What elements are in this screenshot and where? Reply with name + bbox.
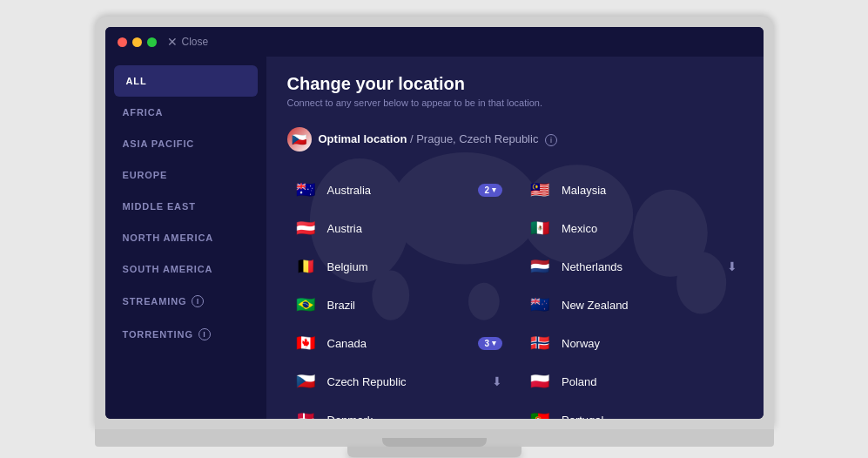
flag-brazil: 🇧🇷 [293, 292, 319, 318]
sidebar-label-south-america: SOUTH AMERICA [123, 264, 213, 274]
flag-belgium: 🇧🇪 [293, 253, 319, 280]
country-name-denmark: Denmark [327, 414, 503, 420]
sidebar-item-all[interactable]: ALL [114, 65, 258, 97]
optimal-label: Optimal location [319, 132, 407, 145]
country-name-austria: Austria [327, 222, 503, 235]
window-controls [118, 37, 157, 47]
page-subtitle: Connect to any server below to appear to… [287, 98, 743, 108]
country-name-portugal: Portugal [562, 414, 737, 420]
flag-canada: 🇨🇦 [293, 330, 319, 356]
sidebar-label-north-america: NORTH AMERICA [123, 232, 214, 243]
dot-green[interactable] [147, 37, 157, 47]
chevron-canada: ▾ [492, 339, 496, 347]
chevron-australia: ▾ [492, 185, 496, 194]
optimal-location-name: Prague, Czech Republic [416, 132, 538, 145]
flag-netherlands: 🇳🇱 [527, 253, 553, 280]
flag-denmark: 🇩🇰 [293, 407, 319, 419]
country-row-netherlands[interactable]: 🇳🇱 Netherlands ⬇ [521, 247, 743, 286]
country-name-poland: Poland [562, 375, 737, 388]
countries-left-col: 🇦🇺 Australia 2 ▾ 🇦🇹 Austria [287, 171, 508, 419]
country-row-denmark[interactable]: 🇩🇰 Denmark [287, 401, 508, 419]
country-name-new-zealand: New Zealand [562, 299, 737, 312]
close-label: Close [182, 36, 209, 48]
sidebar-item-torrenting[interactable]: TORRENTING i [105, 318, 266, 351]
flag-australia: 🇦🇺 [293, 177, 319, 203]
sidebar-label-streaming: STREAMING [123, 296, 187, 306]
download-icon-czech[interactable]: ⬇ [492, 374, 502, 388]
country-name-mexico: Mexico [562, 222, 737, 235]
country-name-malaysia: Malaysia [562, 184, 737, 197]
dot-red[interactable] [118, 37, 127, 47]
download-icon-netherlands[interactable]: ⬇ [727, 259, 737, 273]
country-row-belgium[interactable]: 🇧🇪 Belgium [287, 247, 508, 286]
laptop-notch [382, 438, 487, 447]
dot-yellow[interactable] [132, 37, 142, 47]
country-name-netherlands: Netherlands [562, 260, 718, 273]
optimal-location[interactable]: 🇨🇿 Optimal location / Prague, Czech Repu… [287, 122, 743, 157]
countries-right-col: 🇲🇾 Malaysia 🇲🇽 Mexico 🇳🇱 [521, 171, 743, 419]
country-row-malaysia[interactable]: 🇲🇾 Malaysia [521, 171, 743, 209]
country-name-norway: Norway [562, 337, 737, 350]
sidebar-item-south-america[interactable]: SOUTH AMERICA [105, 253, 266, 285]
flag-mexico: 🇲🇽 [527, 215, 553, 241]
server-badge-australia: 2 ▾ [478, 184, 502, 197]
titlebar: ✕ Close [105, 27, 764, 57]
sidebar-item-europe[interactable]: EUROPE [105, 159, 266, 191]
optimal-text: Optimal location / Prague, Czech Republi… [319, 132, 558, 146]
country-row-canada[interactable]: 🇨🇦 Canada 3 ▾ [287, 324, 508, 362]
country-row-poland[interactable]: 🇵🇱 Poland [521, 362, 743, 401]
flag-norway: 🇳🇴 [527, 330, 553, 356]
laptop-bottom [95, 429, 774, 447]
country-row-norway[interactable]: 🇳🇴 Norway [521, 324, 743, 362]
sidebar: ALL AFRICA ASIA PACIFIC EUROPE MIDDLE EA… [105, 57, 266, 419]
country-row-mexico[interactable]: 🇲🇽 Mexico [521, 209, 743, 247]
flag-portugal: 🇵🇹 [527, 407, 553, 419]
country-name-canada: Canada [327, 337, 470, 350]
close-x-icon: ✕ [167, 35, 178, 49]
optimal-flag-icon: 🇨🇿 [287, 127, 312, 152]
sidebar-label-middle-east: MIDDLE EAST [123, 201, 196, 212]
sidebar-label-africa: AFRICA [123, 107, 164, 118]
laptop-screen-frame: ✕ Close ALL AFRICA ASIA PACIFIC [95, 17, 774, 429]
app-body: ALL AFRICA ASIA PACIFIC EUROPE MIDDLE EA… [105, 57, 764, 419]
sidebar-item-asia-pacific[interactable]: ASIA PACIFIC [105, 128, 266, 159]
countries-grid: 🇦🇺 Australia 2 ▾ 🇦🇹 Austria [287, 171, 743, 419]
laptop-wrapper: ✕ Close ALL AFRICA ASIA PACIFIC [43, 1, 826, 457]
flag-czech: 🇨🇿 [293, 368, 319, 394]
sidebar-label-asia-pacific: ASIA PACIFIC [123, 138, 195, 149]
sidebar-item-north-america[interactable]: NORTH AMERICA [105, 222, 266, 253]
close-button[interactable]: ✕ Close [167, 35, 209, 49]
flag-new-zealand: 🇳🇿 [527, 292, 553, 318]
country-name-brazil: Brazil [327, 299, 503, 312]
country-row-austria[interactable]: 🇦🇹 Austria [287, 209, 508, 247]
country-name-czech: Czech Republic [327, 375, 484, 388]
page-title: Change your location [287, 74, 743, 94]
server-badge-canada: 3 ▾ [478, 337, 502, 350]
country-name-belgium: Belgium [327, 260, 503, 273]
optimal-info-icon[interactable]: i [545, 134, 557, 146]
sidebar-label-europe: EUROPE [123, 170, 168, 180]
laptop-stand [347, 447, 521, 457]
sidebar-label-all: ALL [126, 76, 147, 86]
torrenting-info-icon[interactable]: i [198, 328, 211, 340]
country-name-australia: Australia [327, 184, 470, 197]
country-row-czech[interactable]: 🇨🇿 Czech Republic ⬇ [287, 362, 508, 401]
flag-malaysia: 🇲🇾 [527, 177, 553, 203]
screen: ✕ Close ALL AFRICA ASIA PACIFIC [105, 27, 764, 419]
country-row-brazil[interactable]: 🇧🇷 Brazil [287, 286, 508, 324]
flag-poland: 🇵🇱 [527, 368, 553, 394]
sidebar-item-middle-east[interactable]: MIDDLE EAST [105, 191, 266, 222]
streaming-info-icon[interactable]: i [192, 295, 204, 307]
main-content: Change your location Connect to any serv… [266, 57, 764, 419]
country-row-australia[interactable]: 🇦🇺 Australia 2 ▾ [287, 171, 508, 209]
sidebar-item-africa[interactable]: AFRICA [105, 97, 266, 128]
country-row-new-zealand[interactable]: 🇳🇿 New Zealand [521, 286, 743, 324]
flag-austria: 🇦🇹 [293, 215, 319, 241]
sidebar-label-torrenting: TORRENTING [123, 329, 193, 340]
sidebar-item-streaming[interactable]: STREAMING i [105, 285, 266, 318]
country-row-portugal[interactable]: 🇵🇹 Portugal [521, 401, 743, 419]
